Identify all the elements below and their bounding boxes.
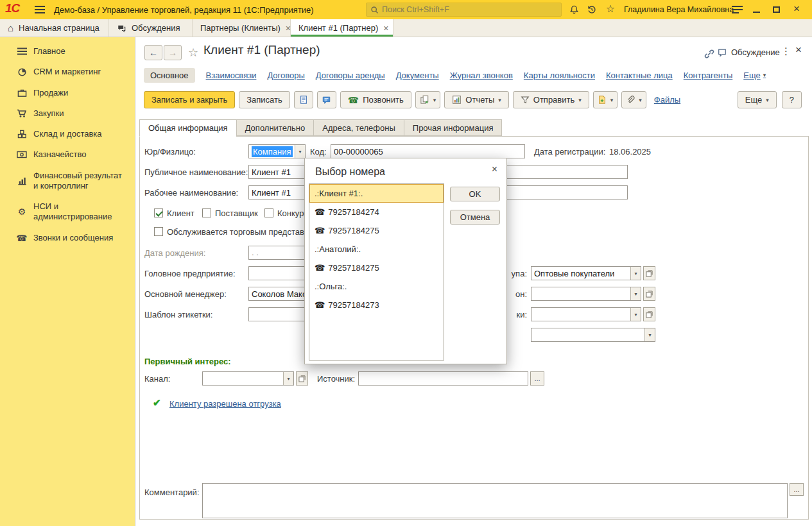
help-button[interactable]: ? (782, 91, 802, 108)
open-button[interactable] (296, 371, 308, 386)
nav-link-counterparties[interactable]: Контрагенты (684, 71, 733, 80)
window-minimize-button[interactable] (753, 12, 760, 13)
doc-list-button[interactable] (294, 91, 313, 108)
window-maximize-button[interactable] (773, 6, 780, 13)
dialog-list-item[interactable]: .:Ольга:. (309, 277, 444, 296)
attachments-button[interactable]: ▾ (621, 91, 646, 108)
dialog-list-item[interactable]: ☎79257184273 (309, 296, 444, 314)
right-combo-3[interactable]: ▾ (531, 307, 641, 321)
files-link[interactable]: Файлы (654, 95, 680, 105)
send-button[interactable]: Отправить ▾ (513, 91, 589, 108)
get-link-icon[interactable] (704, 49, 714, 61)
create-based-on-button[interactable]: ▾ (415, 91, 441, 108)
sidebar-item-nsi-admin[interactable]: ⚙ НСИ и администрирование (0, 196, 135, 228)
channel-combo[interactable]: ▾ (202, 371, 294, 386)
reports-button[interactable]: Отчеты ▾ (444, 91, 508, 108)
sidebar-item-finance[interactable]: Финансовый результат и контроллинг (0, 165, 135, 197)
competitor-checkbox[interactable] (264, 208, 273, 217)
sidebar-item-crm[interactable]: CRM и маркетинг (0, 62, 135, 82)
dialog-list-item[interactable]: ☎79257184275 (309, 221, 444, 240)
sidebar-item-purchases[interactable]: Закупки (0, 103, 135, 124)
global-search[interactable] (366, 3, 562, 17)
kebab-menu-icon[interactable]: ⋮ (781, 46, 791, 57)
tab-other-info[interactable]: Прочая информация (404, 119, 503, 136)
tab-client[interactable]: Клиент #1 (Партнер) × (291, 19, 393, 37)
channel-input[interactable] (203, 372, 283, 385)
forward-button[interactable]: → (164, 45, 182, 60)
favorite-star-icon[interactable]: ☆ (188, 46, 198, 60)
dialog-list-item[interactable]: ☎79257184275 (309, 259, 444, 277)
save-close-button[interactable]: Записать и закрыть (144, 91, 235, 108)
tab-partners[interactable]: Партнеры (Клиенты) × (193, 19, 291, 37)
tab-discussions[interactable]: Обсуждения (109, 19, 193, 37)
dialog-list-item[interactable]: .:Клиент #1:. (309, 184, 444, 203)
dialog-ok-button[interactable]: OK (450, 187, 500, 201)
nav-link-rent-contracts[interactable]: Договоры аренды (316, 71, 385, 80)
nav-link-loyalty-cards[interactable]: Карты лояльности (524, 71, 595, 80)
current-user[interactable]: Гладилина Вера Михайловна (624, 5, 734, 14)
chevron-down-icon[interactable]: ▾ (295, 145, 305, 158)
back-button[interactable]: ← (144, 45, 162, 60)
sidebar-item-warehouse[interactable]: Склад и доставка (0, 124, 135, 144)
discussion-button[interactable]: Обсуждение (717, 47, 780, 57)
sidebar-item-sales[interactable]: Продажи (0, 83, 135, 103)
chevron-down-icon[interactable]: ▾ (644, 328, 655, 341)
shipping-allowed-link[interactable]: Клиенту разрешена отгрузка (169, 399, 281, 409)
comment-expand-button[interactable]: ... (790, 483, 804, 496)
tab-home[interactable]: ⌂ Начальная страница (0, 19, 109, 37)
chevron-down-icon[interactable]: ▾ (630, 267, 641, 280)
tab-addresses[interactable]: Адреса, телефоны (313, 119, 404, 136)
service-menu-icon[interactable] (732, 6, 743, 13)
nav-link-contracts[interactable]: Договоры (267, 71, 304, 80)
more-button[interactable]: Еще▾ (738, 91, 777, 108)
tab-additional[interactable]: Дополнительно (236, 119, 314, 136)
code-input[interactable] (331, 144, 525, 158)
chevron-down-icon[interactable]: ▾ (283, 372, 293, 385)
right-combo-4[interactable]: ▾ (531, 328, 655, 342)
sidebar-item-calls[interactable]: ☎ Звонки и сообщения (0, 228, 135, 248)
sidebar-item-treasury[interactable]: Казначейство (0, 144, 135, 165)
right-combo-2[interactable]: ▾ (531, 287, 641, 301)
call-button[interactable]: ☎ Позвонить (340, 91, 411, 108)
tab-close-icon[interactable]: × (383, 24, 388, 33)
dialog-list-item[interactable]: ☎79257184274 (309, 203, 444, 221)
serviced-checkbox[interactable] (154, 227, 163, 236)
chevron-down-icon[interactable]: ▾ (630, 308, 641, 321)
nav-link-relations[interactable]: Взаимосвязи (206, 71, 257, 80)
access-group-input[interactable] (531, 267, 630, 280)
source-input[interactable] (358, 371, 528, 386)
birth-date-input[interactable]: . . (248, 246, 306, 260)
save-button[interactable]: Записать (239, 91, 290, 108)
right-input-2[interactable] (531, 287, 630, 300)
entity-type-combo[interactable]: Компания ▾ (248, 144, 306, 158)
nav-link-main[interactable]: Основное (144, 68, 195, 83)
client-checkbox[interactable] (154, 208, 163, 217)
open-button[interactable] (643, 307, 655, 321)
sidebar-item-main[interactable]: Главное (0, 41, 135, 62)
create-file-button[interactable]: ▾ (593, 91, 618, 108)
right-input-4[interactable] (531, 328, 644, 341)
tab-general-info[interactable]: Общая информация (139, 119, 236, 137)
main-menu-icon[interactable] (35, 6, 45, 13)
nav-link-documents[interactable]: Документы (396, 71, 439, 80)
open-button[interactable] (643, 266, 655, 280)
supplier-checkbox[interactable] (202, 208, 211, 217)
favorites-star-icon[interactable]: ☆ (604, 3, 617, 14)
dialog-list-item[interactable]: .:Анатолий:. (309, 240, 444, 259)
form-close-icon[interactable]: × (795, 44, 802, 56)
comment-textarea[interactable] (202, 483, 788, 518)
nav-link-call-log[interactable]: Журнал звонков (450, 71, 513, 80)
dialog-close-icon[interactable]: × (492, 164, 497, 175)
nav-more-button[interactable]: Еще▾ (743, 71, 766, 80)
right-input-3[interactable] (531, 308, 630, 321)
chevron-down-icon[interactable]: ▾ (630, 287, 641, 300)
chat-button[interactable] (317, 91, 336, 108)
window-close-button[interactable]: × (793, 3, 800, 15)
open-button[interactable] (643, 287, 655, 301)
source-select-button[interactable]: ... (530, 371, 544, 386)
search-input[interactable] (382, 5, 557, 14)
access-group-combo[interactable]: ▾ (531, 266, 641, 280)
tab-close-icon[interactable]: × (286, 24, 291, 33)
notifications-bell-icon[interactable] (567, 4, 580, 15)
nav-link-contact-persons[interactable]: Контактные лица (606, 71, 673, 80)
